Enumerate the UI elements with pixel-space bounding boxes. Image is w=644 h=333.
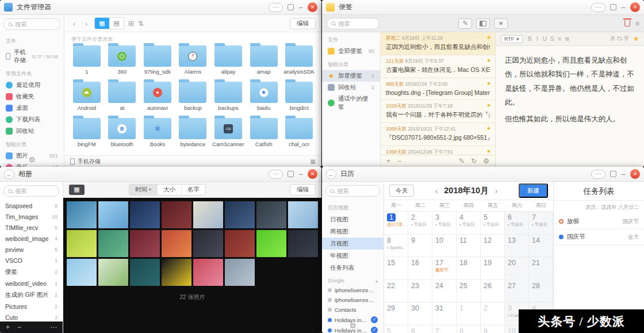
star-icon[interactable]: ★ [486,58,491,63]
folder-item[interactable]: bytedance [175,118,211,147]
photo-thumbnail[interactable] [225,201,255,228]
calendar-day-cell[interactable]: 1 [457,303,481,326]
calendar-day-cell[interactable]: 6 [408,326,432,333]
note-list-item[interactable]: 1068天前 2015/10/21 下午12:41 ★ 『DSC07071-98… [381,123,495,146]
photo-thumbnail[interactable] [98,259,128,286]
calendar-day-cell[interactable]: 9 [481,326,505,333]
list-view-button[interactable]: ▤ [109,18,124,29]
calendar-day-cell[interactable]: 20 [505,257,529,280]
calendar-day-cell[interactable]: 5 • 节假日 [481,212,505,235]
new-folder-button[interactable]: ⊞ [128,20,134,28]
today-button[interactable]: 今天 [389,185,414,197]
star-icon[interactable]: ★ [486,81,491,86]
back-button[interactable]: ← [4,169,14,179]
folder-item[interactable]: Catfish [246,118,282,147]
folder-item[interactable]: 97ting_sdk [140,45,175,75]
notes-menu-icon[interactable]: ≡ [635,20,639,28]
notes-search-input[interactable] [338,20,375,27]
calendar-day-cell[interactable]: 4 • 节假日 [457,212,481,235]
calendar-day-cell[interactable]: 27 [505,280,529,303]
calendar-day-cell[interactable]: 17 重阳节 [432,257,457,280]
photo-thumbnail[interactable] [225,230,255,257]
photo-thumbnail[interactable] [98,230,128,257]
star-icon[interactable]: ★ [486,148,491,154]
photos-search-input[interactable] [15,187,55,194]
folder-item[interactable]: 360 [105,45,140,75]
minimize-button[interactable]: − [298,5,303,10]
format-button[interactable]: S [549,36,555,42]
edit-note-button[interactable]: ✎ [459,157,465,165]
folder-item[interactable]: alipay [210,45,246,75]
album-row[interactable]: pxview 6 [0,244,63,255]
calendar-day-cell[interactable]: 19 [481,257,505,280]
photo-thumbnail[interactable] [98,201,128,228]
back-icon[interactable]: ‹ [70,19,78,28]
next-month-icon[interactable]: › [495,186,498,196]
calendar-day-cell[interactable]: 7 [432,326,457,333]
view-toggle-button[interactable]: ▦ [69,185,85,195]
format-button[interactable]: ≡ [557,36,563,42]
folder-item[interactable]: at [105,82,140,111]
calendar-day-cell[interactable]: 12 [481,235,505,258]
calendar-day-cell[interactable]: 6 • 节假日 [505,212,529,235]
format-dropdown[interactable]: RTF ▾ [501,35,523,43]
note-list-item[interactable]: 121天前 8月29日 下午5:37 ★ 古董电脑家 - 就在休河见，Mac O… [381,55,495,78]
folder-item[interactable]: analysisSDK [281,45,317,75]
collapse-caret-icon[interactable]: ▴ [375,278,378,284]
folder-item[interactable]: bluetooth [105,118,140,147]
checked-icon[interactable]: ✓ [371,327,378,333]
calendar-search-input[interactable] [337,187,375,194]
task-row[interactable]: 国庆节 全天 [554,229,644,245]
fm-sidebar-item[interactable]: 下载列表 [0,114,64,125]
photo-thumbnail[interactable] [162,201,191,228]
refresh-button[interactable]: ↻ [471,157,477,165]
star-icon[interactable]: ★ [633,35,639,43]
photos-edit-button[interactable]: 编辑 [290,184,316,196]
calendar-day-cell[interactable]: 23 [408,280,432,303]
calendar-account-item[interactable]: Contacts ✓ [322,305,384,315]
format-button[interactable]: U [542,36,548,42]
folder-item[interactable]: baidu [246,82,282,111]
close-button[interactable]: × [308,2,317,12]
window-menu-button[interactable]: ⋯ [591,3,605,12]
note-list-item[interactable]: 1029天前 2015/11/29 下午7:16 ★ 我有一个问题，对于各种不明… [381,100,495,123]
fm-search-input[interactable] [15,21,56,28]
album-row[interactable]: VSCO 1 [0,255,63,266]
calendar-day-cell[interactable]: 2 • 节假日 [408,212,432,235]
album-row[interactable]: TIMfile_recv 5 [0,222,63,233]
photo-thumbnail[interactable] [225,259,255,286]
calendar-view-item[interactable]: 周视图 [322,225,384,238]
calendar-day-cell[interactable]: 16 [408,257,432,280]
forward-icon[interactable]: › [82,19,90,28]
notes-sidebar-item[interactable]: 加星便签 6 [322,70,380,82]
close-button[interactable]: × [308,169,317,179]
sort-button[interactable]: ⇅ [138,20,144,28]
prev-month-icon[interactable]: ‹ [435,186,438,196]
album-row[interactable]: Cuto 2 [0,312,63,321]
album-row[interactable]: weibointl_image 4 [0,233,63,244]
fm-sidebar-item[interactable]: 收藏夹 [0,91,64,102]
star-icon[interactable]: ★ [486,125,491,131]
note-list-item[interactable]: 星期二 9月18日 上午11:29 ★ 正因为近则愈小，而且愈看见缺点和创伤。 [381,32,495,55]
calendar-day-cell[interactable]: 30 [408,303,432,326]
calendar-day-cell[interactable]: 14 [529,235,553,258]
calendar-day-cell[interactable]: 1 进行2项… [384,212,408,235]
photo-thumbnail[interactable] [193,230,223,257]
photo-thumbnail[interactable] [67,259,97,286]
format-button[interactable]: B [527,36,533,42]
statusbar-view-icon[interactable]: ▦ [310,158,316,164]
calendar-day-cell[interactable]: 18 [457,257,481,280]
photo-thumbnail[interactable] [67,230,97,257]
remove-album-button[interactable]: − [17,323,21,331]
calendar-day-cell[interactable]: 31 [432,303,457,326]
breadcrumb[interactable]: 手机存储 [78,158,101,166]
add-album-button[interactable]: + [6,323,10,331]
photo-thumbnail[interactable] [67,201,97,228]
panel-toggle-button[interactable] [476,18,490,29]
calendar-day-cell[interactable]: 11 [457,235,481,258]
maximize-button[interactable] [288,171,294,177]
calendar-account-item[interactable]: iphoneliuenze@... ✓ [322,295,384,305]
star-icon[interactable]: ★ [486,35,491,40]
photo-thumbnail[interactable] [130,230,160,257]
folder-item[interactable]: Books [140,118,175,147]
